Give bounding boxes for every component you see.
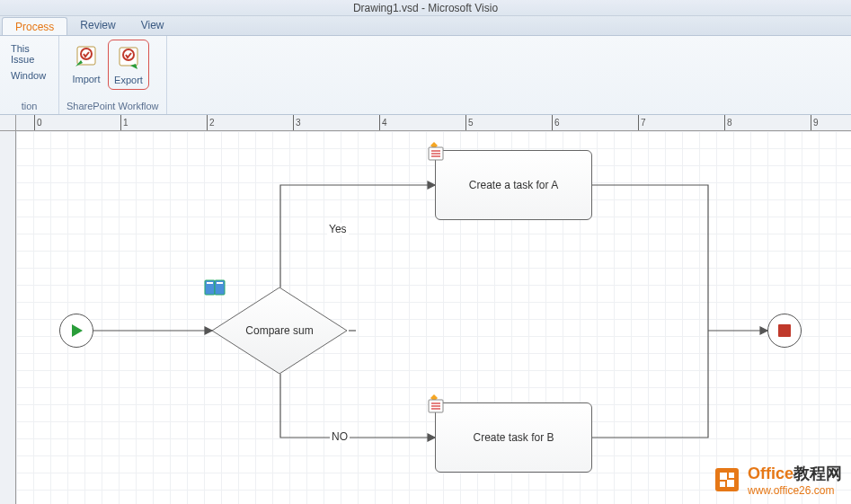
ruler-tick: 4 <box>379 115 387 131</box>
import-icon <box>72 43 101 72</box>
svg-rect-32 <box>727 480 734 487</box>
svg-marker-6 <box>428 181 435 189</box>
ribbon-group-sharepoint: Import Export SharePoint Workflow <box>59 36 167 114</box>
ribbon: This Issue Window tion Import Export Sha… <box>0 36 851 115</box>
shape-process-a[interactable]: Create a task for A <box>435 150 592 220</box>
ribbon-group-label-1: tion <box>7 99 51 114</box>
title-bar: Drawing1.vsd - Microsoft Visio <box>0 0 851 16</box>
export-button[interactable]: Export <box>108 40 149 90</box>
process-a-label: Create a task for A <box>469 179 558 191</box>
svg-rect-29 <box>720 473 727 480</box>
svg-marker-11 <box>72 324 83 337</box>
svg-marker-7 <box>428 434 435 441</box>
export-label: Export <box>114 75 143 85</box>
svg-rect-15 <box>207 282 213 284</box>
ruler-tick: 7 <box>638 115 646 131</box>
process-b-label: Create task for B <box>473 431 554 444</box>
flow-connectors <box>16 131 851 504</box>
svg-rect-27 <box>778 324 791 337</box>
shape-start[interactable] <box>59 314 93 348</box>
ribbon-group-validation: This Issue Window tion <box>0 36 59 114</box>
import-button[interactable]: Import <box>66 40 106 88</box>
ruler-tick: 0 <box>34 115 42 131</box>
decision-label: Compare sum <box>212 287 347 374</box>
watermark-cn: 教程网 <box>793 464 842 482</box>
tab-process[interactable]: Process <box>2 17 67 35</box>
ribbon-group-label-2: SharePoint Workflow <box>66 99 159 114</box>
import-label: Import <box>72 74 100 84</box>
ruler-tick: 5 <box>465 115 474 131</box>
ruler-tick: 6 <box>552 115 560 131</box>
vertical-ruler <box>0 131 16 504</box>
connector-yes-label: Yes <box>327 223 349 235</box>
ruler-tick: 9 <box>811 115 819 131</box>
svg-rect-16 <box>217 282 223 284</box>
ruler-tick: 2 <box>207 115 215 131</box>
office-logo-icon <box>712 464 742 495</box>
compare-icon <box>203 279 228 300</box>
ribbon-item-this-issue[interactable]: This Issue <box>7 41 51 66</box>
shape-decision[interactable]: Compare sum <box>212 287 347 374</box>
task-icon <box>427 142 447 164</box>
watermark-url: www.office26.com <box>748 484 842 497</box>
ribbon-tabs: Process Review View <box>0 16 851 36</box>
svg-rect-31 <box>720 482 725 487</box>
play-icon <box>67 322 85 340</box>
ruler-tick: 8 <box>724 115 732 131</box>
connector-no-label: NO <box>330 430 350 443</box>
ruler-tick: 3 <box>293 115 301 131</box>
task-icon <box>427 394 447 417</box>
app-title: Drawing1.vsd - Microsoft Visio <box>353 2 498 14</box>
horizontal-ruler: 0 1 2 3 4 5 6 7 8 9 <box>16 115 851 131</box>
ruler-corner <box>0 115 16 131</box>
stop-icon <box>776 323 793 339</box>
svg-marker-10 <box>760 327 767 334</box>
tab-review[interactable]: Review <box>67 16 128 35</box>
shape-process-b[interactable]: Create task for B <box>435 402 592 473</box>
tab-view[interactable]: View <box>129 16 177 35</box>
ruler-tick: 1 <box>120 115 129 131</box>
ribbon-item-window[interactable]: Window <box>7 68 51 83</box>
shape-end[interactable] <box>767 314 802 348</box>
watermark: Office教程网 www.office26.com <box>712 463 842 497</box>
svg-rect-30 <box>729 473 734 478</box>
export-icon <box>114 44 143 73</box>
svg-marker-5 <box>205 327 212 334</box>
canvas-grid[interactable]: Yes NO Compare sum Create a task for A C… <box>16 131 851 504</box>
watermark-brand: Office <box>748 464 793 482</box>
